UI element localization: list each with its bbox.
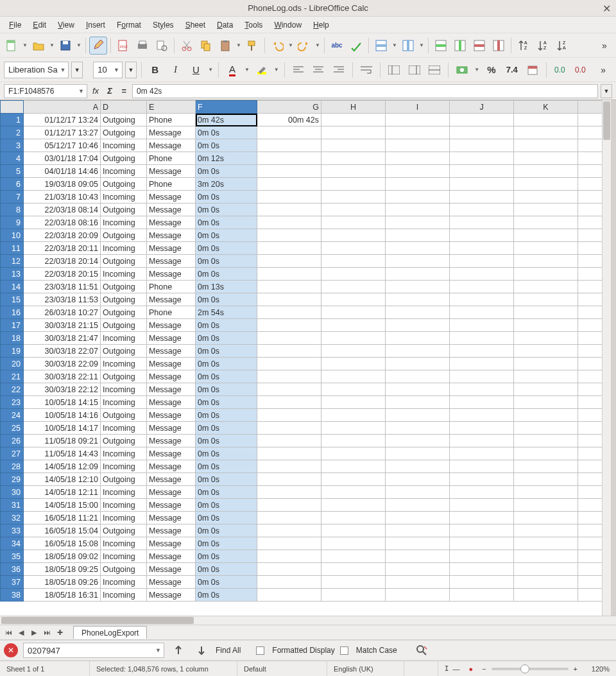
cell[interactable]: [514, 499, 578, 512]
cell[interactable]: Incoming: [101, 447, 147, 460]
cell[interactable]: [578, 191, 603, 204]
cell[interactable]: [578, 319, 603, 332]
cell[interactable]: 0m 0s: [196, 435, 257, 447]
row-header[interactable]: 24: [1, 409, 24, 422]
cell[interactable]: [578, 563, 603, 576]
cell[interactable]: [450, 550, 514, 563]
cell[interactable]: [257, 306, 321, 319]
cell[interactable]: [386, 460, 450, 473]
cell[interactable]: [321, 524, 386, 537]
row-header[interactable]: 34: [1, 537, 24, 550]
cell[interactable]: [386, 178, 450, 191]
delete-row-button[interactable]: [470, 37, 488, 55]
cell[interactable]: [386, 255, 450, 268]
cell[interactable]: [386, 550, 450, 563]
row-header[interactable]: 28: [1, 460, 24, 473]
currency-button[interactable]: [453, 61, 471, 79]
row-header[interactable]: 15: [1, 293, 24, 306]
row-header[interactable]: 29: [1, 473, 24, 486]
cell[interactable]: [257, 293, 321, 306]
font-name-dropdown[interactable]: ▼: [71, 62, 83, 78]
cell[interactable]: Incoming: [101, 537, 147, 550]
cell[interactable]: [450, 409, 514, 422]
cell[interactable]: Message: [147, 447, 196, 460]
tab-last-button[interactable]: ⏭: [41, 627, 53, 638]
cell[interactable]: [257, 191, 321, 204]
cell[interactable]: [514, 460, 578, 473]
number-format-button[interactable]: 7.4: [503, 61, 521, 79]
cell[interactable]: [257, 139, 321, 152]
merge-cells-button[interactable]: [385, 61, 403, 79]
cell[interactable]: [578, 486, 603, 499]
cell[interactable]: [321, 114, 386, 126]
cell[interactable]: [578, 383, 603, 396]
cell[interactable]: [514, 242, 578, 255]
formatted-display-checkbox[interactable]: [256, 646, 264, 655]
paste-dropdown[interactable]: ▼: [235, 42, 242, 48]
cell[interactable]: Message: [147, 293, 196, 306]
row-header[interactable]: 36: [1, 563, 24, 576]
cell[interactable]: [514, 345, 578, 358]
cell[interactable]: [386, 358, 450, 370]
cell[interactable]: 14/05/18 15:00: [24, 499, 101, 512]
insert-col-button[interactable]: [451, 37, 469, 55]
tab-add-button[interactable]: ✚: [54, 627, 65, 638]
cell[interactable]: [514, 396, 578, 409]
cell[interactable]: [514, 152, 578, 165]
cell[interactable]: Incoming: [101, 576, 147, 589]
cell[interactable]: [578, 537, 603, 550]
vscroll-thumb[interactable]: [603, 101, 610, 140]
cell[interactable]: Message: [147, 383, 196, 396]
cell[interactable]: 11/05/18 09:21: [24, 435, 101, 447]
cell[interactable]: 30/03/18 21:15: [24, 319, 101, 332]
cell[interactable]: Outgoing: [101, 229, 147, 242]
cell[interactable]: [514, 576, 578, 589]
column-header-blank[interactable]: [578, 101, 603, 114]
menu-help[interactable]: Help: [308, 19, 334, 31]
cell[interactable]: [450, 191, 514, 204]
sidebar-handle[interactable]: [611, 100, 616, 616]
row-header[interactable]: 12: [1, 255, 24, 268]
align-right-button[interactable]: [330, 61, 348, 79]
cell[interactable]: [386, 589, 450, 602]
column-header-J[interactable]: J: [450, 101, 514, 114]
cell[interactable]: Message: [147, 370, 196, 383]
find-next-button[interactable]: [193, 641, 210, 659]
row-header[interactable]: 21: [1, 370, 24, 383]
cell[interactable]: Message: [147, 319, 196, 332]
cell[interactable]: [450, 165, 514, 178]
cell[interactable]: [386, 409, 450, 422]
cell[interactable]: 0m 0s: [196, 268, 257, 281]
cell[interactable]: 18/05/18 09:25: [24, 563, 101, 576]
cell[interactable]: [257, 358, 321, 370]
cell[interactable]: [257, 229, 321, 242]
row-header[interactable]: 7: [1, 191, 24, 204]
cell[interactable]: [514, 114, 578, 126]
zoom-in-button[interactable]: +: [574, 665, 578, 673]
cell[interactable]: Outgoing: [101, 563, 147, 576]
cell[interactable]: [450, 473, 514, 486]
cell[interactable]: 10/05/18 14:17: [24, 422, 101, 435]
col-dropdown[interactable]: ▼: [418, 42, 425, 48]
row-header[interactable]: 31: [1, 499, 24, 512]
redo-dropdown[interactable]: ▼: [314, 42, 321, 48]
cell[interactable]: 11/05/18 14:43: [24, 447, 101, 460]
hscroll-thumb[interactable]: [1, 617, 194, 624]
cell[interactable]: [257, 409, 321, 422]
cell[interactable]: [514, 229, 578, 242]
cell[interactable]: [450, 139, 514, 152]
cell[interactable]: [257, 499, 321, 512]
cell[interactable]: [578, 268, 603, 281]
cell[interactable]: 26/03/18 10:27: [24, 306, 101, 319]
cell[interactable]: Outgoing: [101, 524, 147, 537]
cell[interactable]: Message: [147, 216, 196, 229]
cell[interactable]: [450, 126, 514, 139]
menu-file[interactable]: File: [4, 19, 26, 31]
cell[interactable]: 00m 42s: [257, 114, 321, 126]
cell[interactable]: [450, 255, 514, 268]
font-name-combo[interactable]: Liberation Sa ▼: [4, 62, 69, 78]
row-header[interactable]: 8: [1, 204, 24, 216]
cell[interactable]: 30/03/18 22:11: [24, 370, 101, 383]
vertical-scrollbar[interactable]: [602, 100, 611, 616]
zoom-knob[interactable]: [520, 664, 529, 673]
